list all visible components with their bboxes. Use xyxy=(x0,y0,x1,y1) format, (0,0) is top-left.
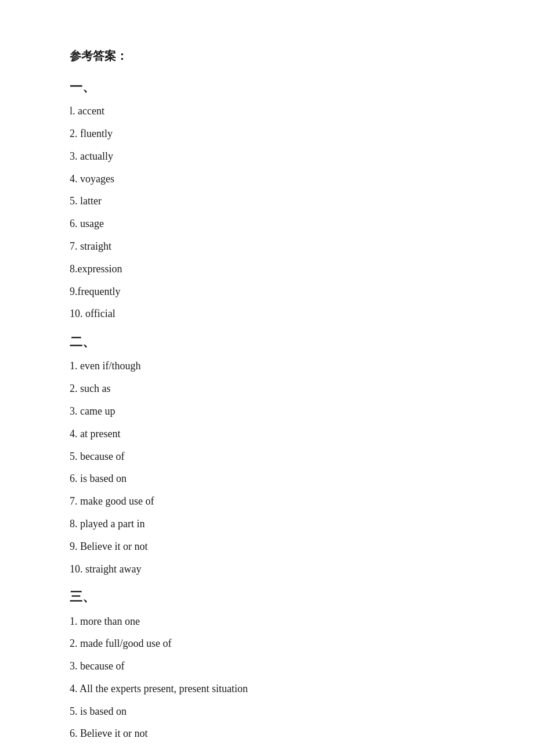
section-header-1: 一、 xyxy=(70,77,464,97)
list-item-s2-7: 7. make good use of xyxy=(70,493,464,510)
list-item-s2-9: 9. Believe it or not xyxy=(70,538,464,555)
list-item-s1-2: 2. fluently xyxy=(70,125,464,142)
list-item-s1-7: 7. straight xyxy=(70,238,464,255)
list-item-s2-4: 4. at present xyxy=(70,426,464,442)
list-item-s2-2: 2. such as xyxy=(70,380,464,397)
list-item-s2-5: 5. because of xyxy=(70,448,464,465)
list-item-s3-4: 4. All the experts present, present situ… xyxy=(70,681,464,697)
list-item-s2-3: 3. came up xyxy=(70,403,464,420)
list-item-s3-3: 3. because of xyxy=(70,658,464,675)
list-item-s1-4: 4. voyages xyxy=(70,171,464,188)
section-header-2: 二、 xyxy=(70,332,464,352)
list-item-s1-6: 6. usage xyxy=(70,215,464,232)
list-item-s2-6: 6. is based on xyxy=(70,470,464,487)
list-item-s3-1: 1. more than one xyxy=(70,613,464,630)
list-item-s1-10: 10. official xyxy=(70,305,464,322)
section-header-3: 三、 xyxy=(70,586,464,607)
page-title: 参考答案： xyxy=(70,46,464,65)
list-item-s1-8: 8.expression xyxy=(70,261,464,278)
list-item-s2-1: 1. even if/though xyxy=(70,358,464,375)
list-item-s3-6: 6. Believe it or not xyxy=(70,725,464,742)
list-item-s1-5: 5. latter xyxy=(70,193,464,210)
list-item-s1-1: l. accent xyxy=(70,103,464,120)
list-item-s1-3: 3. actually xyxy=(70,148,464,165)
list-item-s2-10: 10. straight away xyxy=(70,561,464,578)
list-item-s3-2: 2. made full/good use of xyxy=(70,635,464,652)
list-item-s3-5: 5. is based on xyxy=(70,703,464,720)
list-item-s1-9: 9.frequently xyxy=(70,283,464,300)
list-item-s2-8: 8. played a part in xyxy=(70,516,464,532)
